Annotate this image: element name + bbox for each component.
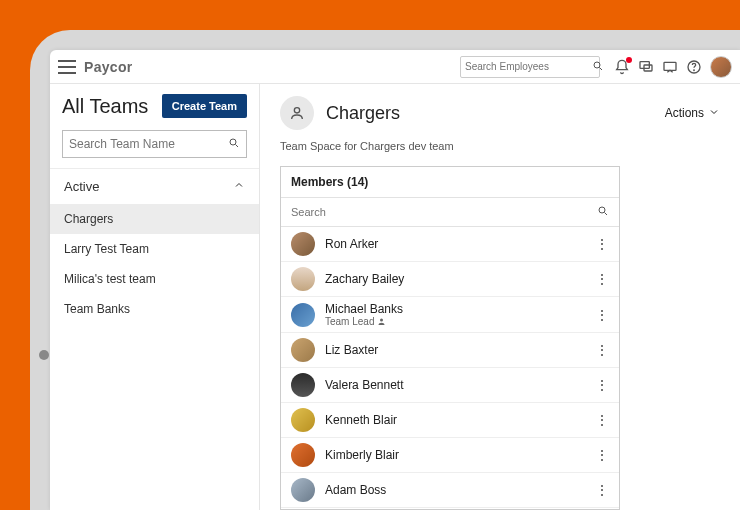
sidebar-section-toggle[interactable]: Active xyxy=(50,169,259,204)
search-icon xyxy=(228,135,240,153)
member-row[interactable]: Ron Arker⋮ xyxy=(281,227,619,262)
search-icon xyxy=(597,203,609,221)
member-row[interactable]: Liz Baxter⋮ xyxy=(281,333,619,368)
member-name: Zachary Bailey xyxy=(325,272,585,286)
member-row[interactable]: Adam Boss⋮ xyxy=(281,473,619,508)
member-name: Liz Baxter xyxy=(325,343,585,357)
team-avatar-icon xyxy=(280,96,314,130)
team-list: ChargersLarry Test TeamMilica's test tea… xyxy=(50,204,259,324)
actions-menu[interactable]: Actions xyxy=(665,106,720,121)
svg-line-1 xyxy=(600,67,603,70)
member-role: Team Lead xyxy=(325,316,585,327)
chevron-up-icon xyxy=(233,179,245,194)
members-header: Members (14) xyxy=(281,167,619,198)
sidebar-title: All Teams xyxy=(62,95,148,118)
member-menu-icon[interactable]: ⋮ xyxy=(595,448,609,462)
members-search[interactable] xyxy=(281,198,619,227)
team-search[interactable] xyxy=(62,130,247,158)
chat-icon[interactable] xyxy=(638,59,654,75)
member-name: Ron Arker xyxy=(325,237,585,251)
actions-label: Actions xyxy=(665,106,704,120)
svg-line-11 xyxy=(605,213,608,216)
main: All Teams Create Team Active xyxy=(50,84,740,510)
member-text: Adam Boss xyxy=(325,483,585,497)
member-row[interactable]: Kimberly Blair⋮ xyxy=(281,438,619,473)
member-text: Kimberly Blair xyxy=(325,448,585,462)
svg-point-0 xyxy=(594,62,600,68)
employee-search-input[interactable] xyxy=(465,61,592,72)
member-menu-icon[interactable]: ⋮ xyxy=(595,272,609,286)
member-menu-icon[interactable]: ⋮ xyxy=(595,308,609,322)
svg-line-8 xyxy=(236,145,239,148)
svg-point-7 xyxy=(230,139,236,145)
messages-icon[interactable] xyxy=(662,59,678,75)
member-text: Zachary Bailey xyxy=(325,272,585,286)
content: Chargers Actions Team Space for Chargers… xyxy=(260,84,740,510)
member-text: Kenneth Blair xyxy=(325,413,585,427)
device-home-button xyxy=(39,350,49,360)
app-screen: Paycor xyxy=(50,50,740,510)
member-row[interactable]: Michael BanksTeam Lead⋮ xyxy=(281,297,619,333)
user-avatar[interactable] xyxy=(710,56,732,78)
svg-point-10 xyxy=(599,207,605,213)
member-avatar xyxy=(291,373,315,397)
sidebar-team-item[interactable]: Chargers xyxy=(50,204,259,234)
member-name: Valera Bennett xyxy=(325,378,585,392)
search-icon xyxy=(592,58,604,76)
notification-badge xyxy=(626,57,632,63)
member-menu-icon[interactable]: ⋮ xyxy=(595,343,609,357)
member-row[interactable]: Zachary Bailey⋮ xyxy=(281,262,619,297)
sidebar-team-item[interactable]: Milica's test team xyxy=(50,264,259,294)
team-name-heading: Chargers xyxy=(326,103,653,124)
member-text: Michael BanksTeam Lead xyxy=(325,302,585,327)
member-name: Kenneth Blair xyxy=(325,413,585,427)
svg-rect-4 xyxy=(664,62,676,70)
notifications-icon[interactable] xyxy=(614,59,630,75)
content-header: Chargers Actions xyxy=(280,96,720,136)
member-avatar xyxy=(291,408,315,432)
member-name: Michael Banks xyxy=(325,302,585,316)
topbar: Paycor xyxy=(50,50,740,84)
member-row[interactable]: Kenneth Blair⋮ xyxy=(281,403,619,438)
members-list: Ron Arker⋮Zachary Bailey⋮Michael BanksTe… xyxy=(281,227,619,510)
member-row[interactable]: Valera Bennett⋮ xyxy=(281,368,619,403)
chevron-down-icon xyxy=(708,106,720,121)
member-menu-icon[interactable]: ⋮ xyxy=(595,413,609,427)
member-menu-icon[interactable]: ⋮ xyxy=(595,378,609,392)
member-avatar xyxy=(291,267,315,291)
member-avatar xyxy=(291,443,315,467)
menu-toggle[interactable] xyxy=(58,60,76,74)
member-avatar xyxy=(291,338,315,362)
team-search-input[interactable] xyxy=(69,137,228,151)
svg-point-6 xyxy=(694,70,695,71)
member-text: Valera Bennett xyxy=(325,378,585,392)
members-panel: Members (14) Ron Arker⋮Zachary Bailey⋮Mi… xyxy=(280,166,620,510)
sidebar-section-active: Active ChargersLarry Test TeamMilica's t… xyxy=(50,168,259,324)
member-text: Ron Arker xyxy=(325,237,585,251)
create-team-button[interactable]: Create Team xyxy=(162,94,247,118)
sidebar-team-item[interactable]: Team Banks xyxy=(50,294,259,324)
member-avatar xyxy=(291,232,315,256)
member-menu-icon[interactable]: ⋮ xyxy=(595,237,609,251)
svg-point-9 xyxy=(294,108,299,113)
sidebar-section-label: Active xyxy=(64,179,99,194)
member-name: Adam Boss xyxy=(325,483,585,497)
member-name: Kimberly Blair xyxy=(325,448,585,462)
members-search-input[interactable] xyxy=(291,206,591,218)
employee-search[interactable] xyxy=(460,56,600,78)
sidebar-team-item[interactable]: Larry Test Team xyxy=(50,234,259,264)
sidebar: All Teams Create Team Active xyxy=(50,84,260,510)
topbar-actions xyxy=(608,56,732,78)
sidebar-header: All Teams Create Team xyxy=(50,84,259,126)
member-avatar xyxy=(291,478,315,502)
member-text: Liz Baxter xyxy=(325,343,585,357)
device-frame: Paycor xyxy=(30,30,740,510)
svg-point-12 xyxy=(380,319,383,322)
team-description: Team Space for Chargers dev team xyxy=(280,136,720,166)
brand-logo: Paycor xyxy=(84,59,133,75)
member-avatar xyxy=(291,303,315,327)
help-icon[interactable] xyxy=(686,59,702,75)
member-menu-icon[interactable]: ⋮ xyxy=(595,483,609,497)
